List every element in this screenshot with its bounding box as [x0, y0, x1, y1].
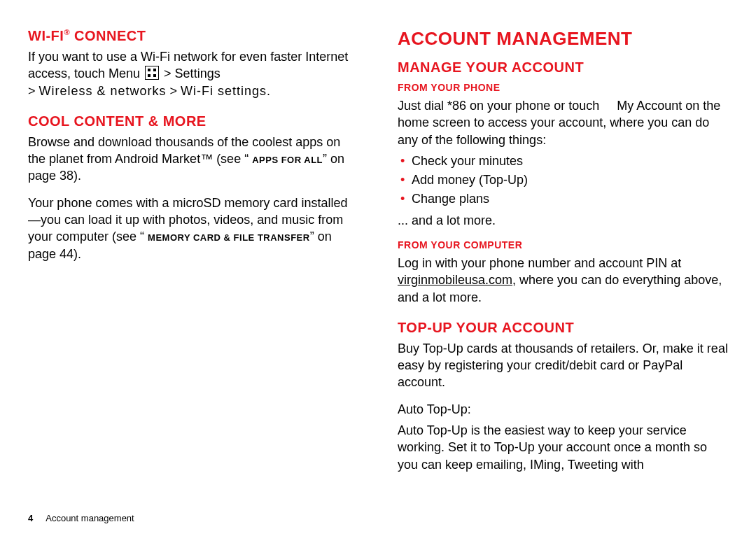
cool-content-paragraph-2: Your phone comes with a microSD memory c… [28, 195, 358, 262]
text: Wireless & networks [39, 84, 167, 98]
text: Wi-Fi settings [181, 84, 267, 98]
from-your-phone-heading: From your phone [398, 81, 728, 94]
top-up-heading: Top-Up your account [398, 318, 728, 337]
virginmobile-link[interactable]: virginmobileusa.com [398, 273, 512, 287]
cross-ref-memory-card: Memory card & file transfer [148, 232, 310, 243]
text: > [167, 84, 181, 98]
my-account-label: My Account [617, 99, 682, 113]
text: connect [70, 28, 146, 43]
footer-section-title: Account management [46, 512, 134, 525]
page-number: 4 [28, 512, 33, 525]
list-item: Change plans [398, 190, 728, 207]
left-column: Wi-Fi® connect If you want to use a Wi-F… [28, 22, 358, 483]
text: Wi-Fi [28, 28, 64, 43]
cool-content-heading: Cool content & more [28, 112, 358, 131]
registered-symbol: ® [64, 28, 70, 36]
and-more-text: ... and a lot more. [398, 212, 728, 229]
page-two-column: Wi-Fi® connect If you want to use a Wi-F… [0, 0, 756, 483]
top-up-paragraph-2: Auto Top-Up is the easiest way to keep y… [398, 422, 728, 473]
auto-top-up-label: Auto Top-Up: [398, 401, 728, 418]
manage-your-account-heading: Manage your account [398, 58, 728, 77]
top-up-paragraph-1: Buy Top-Up cards at thousands of retaile… [398, 340, 728, 391]
wifi-connect-heading: Wi-Fi® connect [28, 27, 358, 45]
from-phone-paragraph: Just dial *86 on your phone or touch My … [398, 97, 728, 148]
wifi-connect-paragraph: If you want to use a Wi-Fi network for e… [28, 48, 358, 99]
text: > [28, 84, 39, 98]
from-your-computer-heading: From your computer [398, 239, 728, 252]
list-item: Check your minutes [398, 153, 728, 169]
text: > Settings [160, 66, 220, 80]
menu-icon [145, 66, 159, 80]
cross-ref-apps-for-all: Apps for all [252, 155, 323, 165]
account-management-heading: Account management [398, 27, 728, 51]
account-actions-list: Check your minutes Add money (Top-Up) Ch… [398, 153, 728, 208]
text: . [267, 84, 270, 98]
right-column: Account management Manage your account F… [398, 22, 728, 483]
from-computer-paragraph: Log in with your phone number and accoun… [398, 255, 728, 306]
text: Log in with your phone number and accoun… [398, 256, 681, 270]
text: Just dial *86 on your phone or touch [398, 99, 603, 113]
list-item: Add money (Top-Up) [398, 171, 728, 188]
cool-content-paragraph-1: Browse and download thousands of the coo… [28, 134, 358, 185]
page-footer: 4 Account management [28, 512, 134, 525]
